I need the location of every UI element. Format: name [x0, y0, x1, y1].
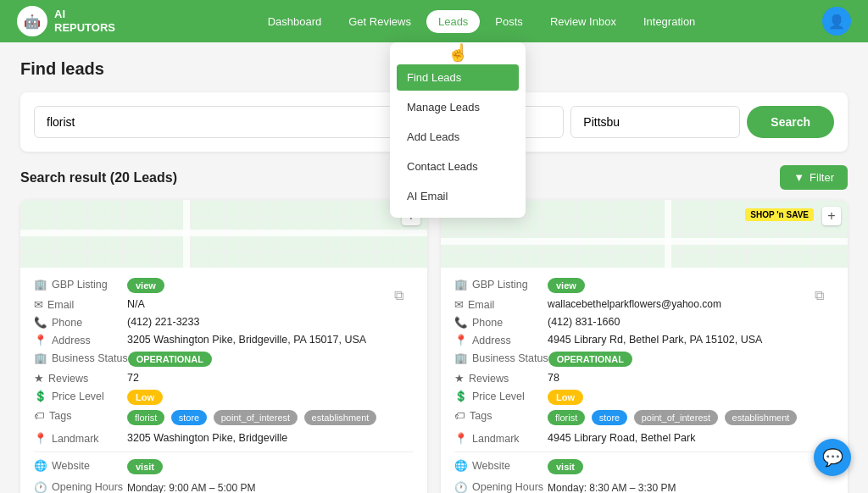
map-card-1: + — [20, 200, 427, 268]
user-avatar[interactable]: 👤 — [822, 7, 851, 36]
copy-icon-2[interactable]: ⧉ — [815, 288, 824, 303]
location-input[interactable] — [570, 106, 740, 138]
visit-badge-2[interactable]: visit — [548, 459, 583, 474]
status-value-2: OPERATIONAL — [548, 352, 834, 367]
tag-estab-2: establishment — [725, 410, 798, 425]
website-label-1: 🌐 Website — [34, 459, 127, 472]
dropdown-manage-leads[interactable]: Manage Leads — [390, 92, 526, 122]
reviews-value-1: 72 — [127, 372, 414, 384]
address-value-1: 3205 Washington Pike, Bridgeville, PA 15… — [127, 334, 414, 346]
tags-row-2: 🏷 Tags florist store point_of_interest e… — [454, 410, 834, 427]
clock-icon-1: 🕐 — [34, 481, 47, 493]
logo-text: AI REPUTORS — [54, 8, 115, 34]
dropdown-contact-leads[interactable]: Contact Leads — [390, 152, 526, 181]
tag-icon-1: 🏷 — [34, 410, 45, 422]
tag-icon-2: 🏷 — [454, 410, 465, 422]
dropdown-find-leads[interactable]: Find Leads — [397, 64, 519, 91]
email-label-1: ✉ Email — [34, 298, 127, 311]
clock-icon-2: 🕐 — [454, 481, 468, 493]
nav-integration[interactable]: Integration — [632, 10, 707, 33]
phone-value-1: (412) 221-3233 — [127, 316, 414, 328]
tag-store-1: store — [171, 410, 207, 425]
hours-label-2: 🕐 Opening Hours — [454, 479, 548, 493]
price-icon-2: 💲 — [454, 390, 468, 402]
address-label-2: 📍 Address — [454, 334, 548, 346]
filter-button[interactable]: ▼ Filter — [780, 165, 848, 190]
status-label-1: 🏢 Business Status — [34, 352, 128, 364]
landmark-label-2: 📍 Landmark — [454, 432, 548, 445]
nav-leads[interactable]: Leads — [426, 10, 480, 33]
website-row-1: 🌐 Website visit — [34, 459, 414, 474]
nav-get-reviews[interactable]: Get Reviews — [337, 10, 423, 33]
address-icon-2: 📍 — [454, 334, 468, 346]
star-icon-2: ★ — [454, 372, 465, 385]
reviews-row-1: ★ Reviews 72 — [34, 372, 414, 385]
cards-grid: + ⧉ 🏢 GBP Listing view — [20, 200, 848, 493]
hours-row-2: 🕐 Opening Hours Monday: 8:30 AM – 3:30 P… — [454, 479, 834, 493]
view-badge-2[interactable]: view — [548, 278, 585, 293]
phone-label-2: 📞 Phone — [454, 316, 548, 329]
address-label-1: 📍 Address — [34, 334, 127, 346]
logo: 🤖 AI REPUTORS — [17, 6, 115, 36]
nav-dashboard[interactable]: Dashboard — [256, 10, 334, 33]
gbp-value-1: view — [127, 278, 414, 293]
low-badge-1: Low — [127, 390, 163, 405]
landmark-icon-2: 📍 — [454, 432, 468, 445]
tag-poi-1: point_of_interest — [214, 410, 298, 425]
main-nav: Dashboard Get Reviews Leads Posts Review… — [141, 10, 822, 33]
nav-review-inbox[interactable]: Review Inbox — [538, 10, 628, 33]
search-button[interactable]: Search — [747, 106, 834, 138]
price-label-2: 💲 Price Level — [454, 390, 548, 402]
nav-posts[interactable]: Posts — [483, 10, 535, 33]
landmark-value-2: 4945 Library Road, Bethel Park — [548, 432, 834, 444]
gbp-label-2: 🏢 GBP Listing — [454, 278, 548, 291]
dropdown-ai-email[interactable]: AI Email — [390, 181, 526, 211]
tags-value-1: florist store point_of_interest establis… — [127, 410, 414, 427]
hours-row-1: 🕐 Opening Hours Monday: 9:00 AM – 5:00 P… — [34, 479, 414, 493]
address-row-1: 📍 Address 3205 Washington Pike, Bridgevi… — [34, 334, 414, 346]
email-row-1: ✉ Email N/A — [34, 298, 414, 311]
map-zoom-in-2[interactable]: + — [822, 207, 841, 225]
status-row-2: 🏢 Business Status OPERATIONAL — [454, 352, 834, 367]
price-label-1: 💲 Price Level — [34, 390, 127, 402]
phone-value-2: (412) 831-1660 — [548, 316, 834, 328]
visit-badge-1[interactable]: visit — [127, 459, 163, 474]
reviews-label-1: ★ Reviews — [34, 372, 127, 385]
email-row-2: ✉ Email wallacebethelparkflowers@yahoo.c… — [454, 298, 834, 311]
results-count: Search result (20 Leads) — [20, 170, 177, 186]
status-value-1: OPERATIONAL — [128, 352, 414, 367]
landmark-row-2: 📍 Landmark 4945 Library Road, Bethel Par… — [454, 432, 834, 445]
tags-label-1: 🏷 Tags — [34, 410, 127, 422]
copy-icon-1[interactable]: ⧉ — [394, 288, 403, 303]
email-icon-1: ✉ — [34, 298, 43, 311]
chat-bubble[interactable]: 💬 — [814, 439, 851, 476]
gbp-value-2: view — [548, 278, 834, 293]
landmark-label-1: 📍 Landmark — [34, 432, 127, 445]
operational-badge-2: OPERATIONAL — [548, 352, 632, 367]
tag-florist-2: florist — [548, 410, 585, 425]
gbp-label-1: 🏢 GBP Listing — [34, 278, 127, 291]
reviews-row-2: ★ Reviews 78 — [454, 372, 834, 385]
address-row-2: 📍 Address 4945 Library Rd, Bethel Park, … — [454, 334, 834, 346]
globe-icon-2: 🌐 — [454, 459, 468, 472]
tags-row-1: 🏷 Tags florist store point_of_interest e… — [34, 410, 414, 427]
globe-icon-1: 🌐 — [34, 459, 47, 472]
tag-florist-1: florist — [127, 410, 164, 425]
chat-icon: 💬 — [822, 447, 843, 468]
building-icon-2: 🏢 — [454, 278, 468, 291]
hours-value-2: Monday: 8:30 AM – 3:30 PM Tuesday: 8:30 … — [548, 479, 834, 493]
address-icon-1: 📍 — [34, 334, 47, 346]
phone-label-1: 📞 Phone — [34, 316, 127, 329]
tags-label-2: 🏷 Tags — [454, 410, 548, 422]
filter-icon: ▼ — [793, 171, 804, 184]
dropdown-add-leads[interactable]: Add Leads — [390, 122, 526, 152]
view-badge-1[interactable]: view — [127, 278, 164, 293]
price-value-2: Low — [548, 390, 834, 405]
price-row-2: 💲 Price Level Low — [454, 390, 834, 405]
low-badge-2: Low — [548, 390, 583, 405]
phone-icon-2: 📞 — [454, 316, 468, 329]
hours-value-1: Monday: 9:00 AM – 5:00 PM Tuesday: 9:00 … — [127, 479, 414, 493]
status-icon-2: 🏢 — [454, 352, 468, 364]
phone-icon-1: 📞 — [34, 316, 47, 329]
price-value-1: Low — [127, 390, 414, 405]
